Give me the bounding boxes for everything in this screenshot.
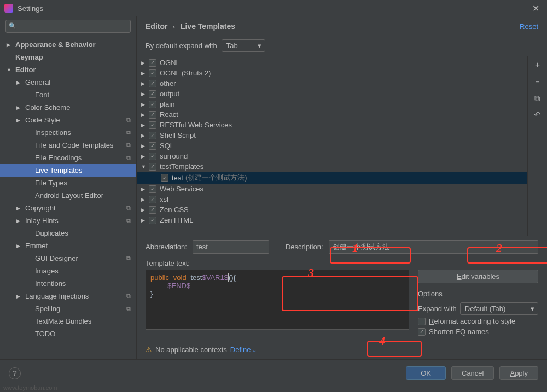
template-checkbox[interactable] xyxy=(149,217,156,224)
sidebar-item-editor[interactable]: Editor xyxy=(0,63,136,76)
template-checkbox[interactable] xyxy=(149,132,156,139)
sidebar-item-intentions[interactable]: Intentions xyxy=(0,277,136,290)
expand-with-combo[interactable]: Default (Tab) xyxy=(460,302,538,315)
sidebar-item-label: Inlay Hints xyxy=(25,217,59,225)
template-checkbox[interactable] xyxy=(149,90,156,98)
sidebar-item-live-templates[interactable]: Live Templates xyxy=(0,164,136,177)
expand-combo[interactable]: Tab xyxy=(222,39,265,52)
chevron-icon: ▶ xyxy=(141,91,149,97)
template-editor[interactable]: public void test$VAR1$(){ $END$ } xyxy=(146,270,409,330)
template-checkbox[interactable] xyxy=(161,174,168,182)
template-label: test xyxy=(172,174,183,182)
settings-tree[interactable]: Appearance & BehaviorKeymapEditorGeneral… xyxy=(0,36,136,359)
copy-icon[interactable]: ⧉ xyxy=(534,93,540,103)
template-checkbox[interactable] xyxy=(149,111,156,119)
template-checkbox[interactable] xyxy=(149,206,156,214)
template-item-ognl[interactable]: ▶OGNL xyxy=(137,57,527,68)
template-item-xsl[interactable]: ▶xsl xyxy=(137,194,527,204)
template-checkbox[interactable] xyxy=(149,163,156,171)
shorten-checkbox[interactable] xyxy=(418,328,426,336)
sidebar-item-gui-designer[interactable]: GUI Designer⧉ xyxy=(0,252,136,265)
sidebar-item-color-scheme[interactable]: Color Scheme xyxy=(0,101,136,114)
remove-icon[interactable]: － xyxy=(533,77,542,87)
scope-icon: ⧉ xyxy=(126,255,131,262)
sidebar-item-appearance-behavior[interactable]: Appearance & Behavior xyxy=(0,38,136,51)
sidebar-item-label: Live Templates xyxy=(35,166,82,174)
template-checkbox[interactable] xyxy=(149,101,156,108)
sidebar-item-spelling[interactable]: Spelling⧉ xyxy=(0,302,136,315)
help-button[interactable]: ? xyxy=(9,367,21,379)
sidebar-item-inlay-hints[interactable]: Inlay Hints⧉ xyxy=(0,214,136,227)
scope-icon: ⧉ xyxy=(126,305,131,312)
template-checkbox[interactable] xyxy=(149,121,156,129)
template-item-restful-web-services[interactable]: ▶RESTful Web Services xyxy=(137,120,527,130)
template-item-testtemplates[interactable]: ▼testTemplates xyxy=(137,161,527,172)
sidebar-item-images[interactable]: Images xyxy=(0,265,136,277)
scope-icon: ⧉ xyxy=(126,129,131,136)
chevron-icon xyxy=(16,105,23,110)
sidebar-item-copyright[interactable]: Copyright⧉ xyxy=(0,202,136,214)
template-item-plain[interactable]: ▶plain xyxy=(137,99,527,109)
template-checkbox[interactable] xyxy=(149,69,156,77)
template-checkbox[interactable] xyxy=(149,185,156,193)
template-item-other[interactable]: ▶other xyxy=(137,78,527,89)
template-checkbox[interactable] xyxy=(149,80,156,87)
define-link[interactable]: Define xyxy=(230,346,257,354)
sidebar-item-inspections[interactable]: Inspections⧉ xyxy=(0,126,136,139)
sidebar-item-label: Intentions xyxy=(35,279,66,288)
template-item-output[interactable]: ▶output xyxy=(137,89,527,99)
ok-button[interactable]: OK xyxy=(406,366,446,380)
template-checkbox[interactable] xyxy=(149,59,156,67)
template-label: testTemplates xyxy=(160,162,203,171)
abbrev-input[interactable] xyxy=(193,240,269,254)
template-item-ognl-struts-2-[interactable]: ▶OGNL (Struts 2) xyxy=(137,68,527,78)
sidebar-item-label: General xyxy=(25,78,50,86)
sidebar-item-duplicates[interactable]: Duplicates xyxy=(0,227,136,239)
add-icon[interactable]: ＋ xyxy=(533,60,542,70)
breadcrumb: Editor › Live Templates xyxy=(146,22,520,31)
sidebar-item-font[interactable]: Font xyxy=(0,89,136,101)
reset-link[interactable]: Reset xyxy=(520,22,538,31)
sidebar-item-language-injections[interactable]: Language Injections⧉ xyxy=(0,290,136,302)
sidebar-item-file-and-code-templates[interactable]: File and Code Templates⧉ xyxy=(0,139,136,151)
sidebar-item-todo[interactable]: TODO xyxy=(0,327,136,340)
template-checkbox[interactable] xyxy=(149,153,156,160)
desc-label: Description: xyxy=(286,243,323,251)
template-text-label: Template text: xyxy=(146,259,538,267)
cancel-button[interactable]: Cancel xyxy=(451,366,494,380)
context-warning: No applicable contexts xyxy=(155,346,227,354)
options-title: Options xyxy=(418,290,538,298)
sidebar-item-label: Language Injections xyxy=(25,292,89,300)
sidebar-item-android-layout-editor[interactable]: Android Layout Editor xyxy=(0,189,136,202)
template-item-surround[interactable]: ▶surround xyxy=(137,151,527,161)
template-checkbox[interactable] xyxy=(149,196,156,203)
reformat-checkbox[interactable] xyxy=(418,318,426,325)
search-input[interactable] xyxy=(5,20,131,33)
template-checkbox[interactable] xyxy=(149,142,156,150)
chevron-icon xyxy=(7,67,13,73)
template-item-shell-script[interactable]: ▶Shell Script xyxy=(137,130,527,141)
template-item-sql[interactable]: ▶SQL xyxy=(137,141,527,151)
sidebar-item-file-types[interactable]: File Types xyxy=(0,177,136,189)
sidebar-item-label: Android Layout Editor xyxy=(35,191,103,200)
chevron-icon: ▶ xyxy=(141,218,149,223)
template-item-web-services[interactable]: ▶Web Services xyxy=(137,184,527,194)
sidebar-item-file-encodings[interactable]: File Encodings⧉ xyxy=(0,151,136,164)
edit-variables-button[interactable]: Edit variables xyxy=(418,270,538,283)
sidebar-item-keymap[interactable]: Keymap xyxy=(0,51,136,63)
desc-input[interactable] xyxy=(329,240,538,254)
template-item-zen-css[interactable]: ▶Zen CSS xyxy=(137,204,527,215)
template-item-zen-html[interactable]: ▶Zen HTML xyxy=(137,215,527,225)
sidebar-item-textmate-bundles[interactable]: TextMate Bundles xyxy=(0,315,136,327)
close-icon[interactable]: ✕ xyxy=(529,3,543,14)
apply-button[interactable]: Apply xyxy=(499,366,538,380)
template-tree[interactable]: ▶OGNL▶OGNL (Struts 2)▶other▶output▶plain… xyxy=(137,56,527,236)
sidebar-item-emmet[interactable]: Emmet xyxy=(0,239,136,252)
template-item-react[interactable]: ▶React xyxy=(137,109,527,120)
sidebar-item-code-style[interactable]: Code Style⧉ xyxy=(0,114,136,126)
chevron-icon xyxy=(16,218,23,224)
chevron-icon xyxy=(16,243,23,249)
sidebar-item-general[interactable]: General xyxy=(0,76,136,89)
undo-icon[interactable]: ↶ xyxy=(534,110,541,120)
template-item-test[interactable]: test (创建一个测试方法) xyxy=(137,172,527,184)
